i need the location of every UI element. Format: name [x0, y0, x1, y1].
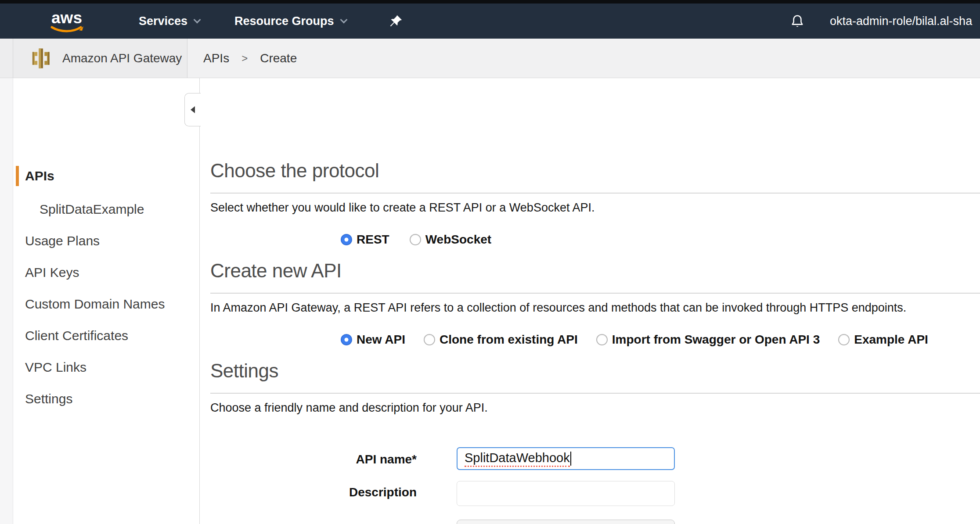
nav-services-label: Services — [139, 14, 187, 28]
radio-unselected-icon — [838, 334, 850, 345]
nav-resource-groups[interactable]: Resource Groups — [234, 4, 346, 39]
section-divider — [210, 393, 980, 394]
section-title-settings: Settings — [210, 360, 278, 382]
settings-description: Choose a friendly name and description f… — [210, 401, 488, 415]
sidebar-item-label: Settings — [13, 391, 72, 406]
radio-label: New API — [357, 333, 405, 347]
sidebar-item-client-certificates[interactable]: Client Certificates — [13, 326, 199, 346]
sidebar-item-settings[interactable]: Settings — [13, 389, 199, 409]
sidebar-item-label: API Keys — [13, 265, 79, 280]
bell-icon[interactable] — [789, 14, 805, 29]
service-title[interactable]: Amazon API Gateway — [13, 39, 187, 78]
sidebar-item-label: Custom Domain Names — [13, 297, 165, 312]
description-label: Description — [210, 485, 417, 499]
sidebar-item-label: APIs — [13, 169, 54, 183]
radio-selected-icon — [341, 334, 352, 345]
pushpin-icon[interactable] — [388, 14, 403, 29]
sidebar-item-splitdataexample[interactable]: SplitDataExample — [13, 199, 199, 219]
api-name-input[interactable]: SplitDataWebhook — [457, 447, 675, 470]
nav-account-label: okta-admin-role/bilal.al-sha — [830, 14, 972, 28]
main-content: Choose the protocol Select whether you w… — [200, 78, 980, 524]
aws-console-screen: aws Services Resource Groups okta-admi — [0, 0, 980, 524]
breadcrumb-bar: Amazon API Gateway APIs > Create — [0, 39, 980, 78]
section-divider — [210, 193, 980, 194]
radio-unselected-icon — [424, 334, 435, 345]
radio-label: Example API — [854, 333, 928, 347]
sidebar-item-usage-plans[interactable]: Usage Plans — [13, 231, 199, 251]
sidebar-collapse-button[interactable] — [184, 93, 201, 126]
chevron-down-icon — [194, 16, 201, 24]
breadcrumb-apis[interactable]: APIs — [203, 51, 229, 65]
svg-text:aws: aws — [51, 9, 82, 27]
browser-chrome-strip — [0, 0, 980, 4]
endpoint-type-select[interactable]: Regional — [457, 520, 675, 524]
radio-option-import-swagger[interactable]: Import from Swagger or Open API 3 — [596, 333, 820, 347]
breadcrumb: APIs > Create — [187, 39, 297, 78]
radio-option-new-api[interactable]: New API — [341, 333, 405, 347]
section-title-create: Create new API — [210, 260, 342, 282]
radio-label: REST — [357, 233, 389, 247]
sidebar-item-vpc-links[interactable]: VPC Links — [13, 357, 199, 377]
radio-unselected-icon — [596, 334, 608, 345]
radio-label: Import from Swagger or Open API 3 — [612, 333, 820, 347]
protocol-radio-group: REST WebSocket — [341, 233, 491, 247]
service-title-label: Amazon API Gateway — [62, 51, 182, 65]
nav-account-menu[interactable]: okta-admin-role/bilal.al-sha — [830, 4, 980, 39]
left-gutter-top — [0, 39, 13, 78]
sidebar-item-label: Usage Plans — [13, 233, 100, 248]
protocol-description: Select whether you would like to create … — [210, 201, 594, 215]
radio-option-rest[interactable]: REST — [341, 233, 389, 247]
breadcrumb-separator: > — [241, 52, 248, 65]
breadcrumb-create: Create — [260, 51, 297, 65]
nav-services[interactable]: Services — [139, 4, 200, 39]
radio-unselected-icon — [410, 234, 421, 245]
radio-label: Clone from existing API — [440, 333, 578, 347]
sidebar-item-label: Client Certificates — [13, 328, 128, 343]
description-input[interactable] — [457, 481, 675, 506]
left-gutter — [0, 78, 13, 524]
radio-option-example-api[interactable]: Example API — [838, 333, 928, 347]
aws-logo-icon: aws — [47, 9, 87, 34]
api-gateway-icon — [29, 47, 53, 70]
sidebar-item-api-keys[interactable]: API Keys — [13, 262, 199, 283]
sidebar: APIs SplitDataExample Usage Plans API Ke… — [13, 78, 200, 524]
top-nav-bar: aws Services Resource Groups okta-admi — [0, 4, 980, 39]
nav-resource-groups-label: Resource Groups — [234, 14, 334, 28]
sidebar-item-apis[interactable]: APIs — [13, 166, 199, 186]
active-indicator-bar — [16, 166, 19, 186]
text-cursor — [570, 452, 571, 466]
api-name-label: API name* — [210, 452, 417, 467]
sidebar-item-custom-domain-names[interactable]: Custom Domain Names — [13, 294, 199, 314]
sidebar-item-label: VPC Links — [13, 360, 86, 375]
api-name-value: SplitDataWebhook — [465, 451, 570, 467]
section-title-protocol: Choose the protocol — [210, 160, 379, 182]
radio-selected-icon — [341, 234, 352, 245]
create-description: In Amazon API Gateway, a REST API refers… — [210, 301, 906, 315]
radio-option-clone[interactable]: Clone from existing API — [424, 333, 578, 347]
section-divider — [210, 293, 980, 294]
create-radio-group: New API Clone from existing API Import f… — [341, 333, 928, 347]
sidebar-item-label: SplitDataExample — [13, 202, 144, 217]
radio-label: WebSocket — [425, 233, 491, 247]
chevron-down-icon — [340, 16, 347, 24]
radio-option-websocket[interactable]: WebSocket — [410, 233, 491, 247]
aws-logo[interactable]: aws — [47, 9, 87, 36]
collapse-left-icon — [191, 106, 195, 113]
